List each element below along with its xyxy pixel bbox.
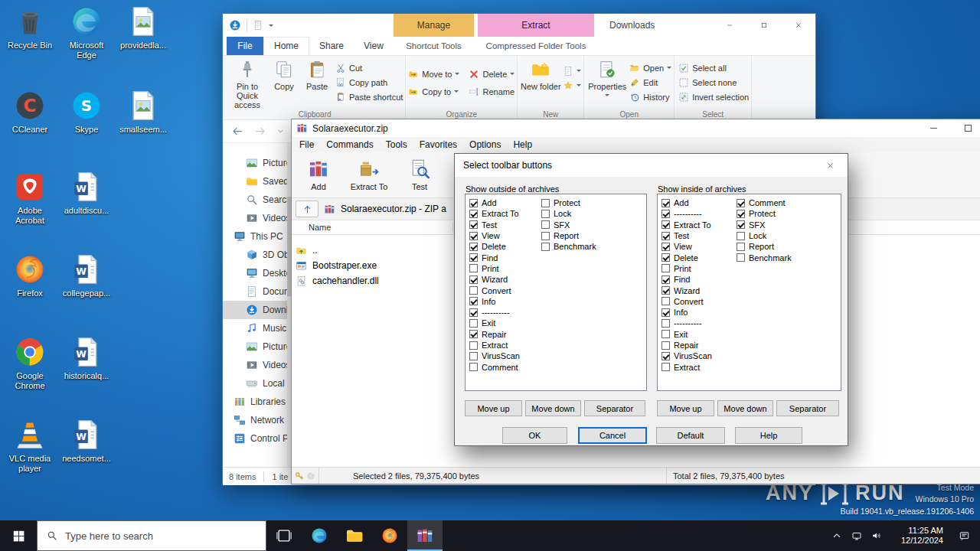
network-tray-button[interactable] <box>847 520 867 551</box>
desktop-icon-vlc-media-player[interactable]: VLC media player <box>4 418 56 474</box>
start-button[interactable] <box>0 520 37 551</box>
inside-checkbox-test[interactable]: Test <box>662 230 712 241</box>
rename-button[interactable]: Rename <box>469 83 514 100</box>
action-center-button[interactable] <box>948 530 980 542</box>
checkbox[interactable] <box>662 341 670 350</box>
pin-to-quick-access-button[interactable]: Pin to Quick access <box>227 57 268 109</box>
checkbox[interactable] <box>662 243 670 251</box>
taskbar-app-edge[interactable] <box>302 520 337 551</box>
checkbox[interactable] <box>469 220 478 229</box>
outside-checkbox-virusscan[interactable]: VirusScan <box>469 350 520 361</box>
checkbox[interactable] <box>662 308 670 317</box>
checkbox[interactable] <box>541 210 550 218</box>
outside-checkbox-extract[interactable]: Extract <box>469 340 520 350</box>
desktop-icon-skype[interactable]: SSkype <box>60 89 113 135</box>
inside-checkbox-wizard[interactable]: Wizard <box>662 285 712 295</box>
desktop-icon-adobe-acrobat[interactable]: Adobe Acrobat <box>4 170 56 226</box>
taskbar-app-winrar[interactable] <box>407 520 443 551</box>
checkbox[interactable] <box>662 199 670 207</box>
maximize-button[interactable] <box>746 14 781 37</box>
copy-path-button[interactable]: Copy path <box>335 75 403 90</box>
desktop-icon-recycle-bin[interactable]: Recycle Bin <box>4 5 56 51</box>
tab-file[interactable]: File <box>227 37 263 55</box>
inside-checkbox-extract-to[interactable]: Extract To <box>662 220 712 230</box>
maximize-button[interactable] <box>949 119 980 137</box>
inside-checkbox-separator[interactable]: ---------- <box>662 318 712 328</box>
sidebar-item-desktop[interactable]: Desktop <box>223 264 292 282</box>
outside-archives-listbox[interactable]: AddExtract ToTestViewDeleteFindPrintWiza… <box>465 194 647 391</box>
forward-icon[interactable] <box>254 126 266 137</box>
sidebar-item-videos[interactable]: Videos <box>223 356 292 374</box>
desktop-icon-firefox[interactable]: Firefox <box>4 253 56 298</box>
menu-file[interactable]: File <box>293 139 320 150</box>
menu-tools[interactable]: Tools <box>380 139 413 150</box>
checkbox[interactable] <box>662 319 670 328</box>
outside-checkbox-view[interactable]: View <box>469 230 520 241</box>
copy-button[interactable]: Copy <box>268 57 300 91</box>
outside-checkbox-sfx[interactable]: SFX <box>541 220 596 230</box>
checkbox[interactable] <box>662 352 670 360</box>
select-all-button[interactable]: Select all <box>678 60 749 75</box>
column-header-name[interactable]: Name <box>292 223 331 232</box>
default-button[interactable]: Default <box>656 427 725 444</box>
checkbox[interactable] <box>541 232 550 240</box>
outside-checkbox-add[interactable]: Add <box>469 197 520 208</box>
disc-icon[interactable] <box>306 471 315 481</box>
tab-shortcut-tools[interactable]: Shortcut Tools <box>394 37 474 55</box>
inside-checkbox-convert[interactable]: Convert <box>662 296 712 307</box>
extract-to-toolbar-button[interactable]: Extract To <box>344 154 394 197</box>
open-button[interactable]: Open <box>629 60 671 75</box>
inside-checkbox-benchmark[interactable]: Benchmark <box>737 252 792 262</box>
edit-button[interactable]: Edit <box>629 75 671 90</box>
sidebar-item-downloads[interactable]: Downloads <box>223 301 292 319</box>
delete-button[interactable]: Delete <box>469 65 514 83</box>
sidebar-item-music[interactable]: Music <box>223 319 292 337</box>
checkbox[interactable] <box>469 264 478 272</box>
test-toolbar-button[interactable]: Test <box>394 154 445 197</box>
checkbox[interactable] <box>737 210 745 218</box>
sidebar-item-pictures[interactable]: Pictures <box>223 337 292 356</box>
new-item-button[interactable] <box>563 64 581 78</box>
ok-button[interactable]: OK <box>502 427 567 444</box>
outside-checkbox-convert[interactable]: Convert <box>469 285 520 295</box>
checkbox[interactable] <box>662 253 670 262</box>
cut-button[interactable]: Cut <box>335 60 403 75</box>
checkbox[interactable] <box>469 308 478 317</box>
tab-view[interactable]: View <box>354 37 394 55</box>
dialog-close-button[interactable] <box>813 154 848 177</box>
sidebar-item-pictures[interactable]: Pictures <box>223 154 292 172</box>
inside-checkbox-info[interactable]: Info <box>662 307 712 318</box>
inside-checkbox-comment[interactable]: Comment <box>737 197 792 208</box>
help-button[interactable]: Help <box>735 427 802 444</box>
paste-button[interactable]: Paste <box>300 57 334 91</box>
checkbox[interactable] <box>662 264 670 272</box>
outside-checkbox-repair[interactable]: Repair <box>469 329 520 340</box>
outside-checkbox-exit[interactable]: Exit <box>469 318 520 328</box>
tab-share[interactable]: Share <box>309 37 354 55</box>
invert-selection-button[interactable]: Invert selection <box>678 90 749 104</box>
outside-move-down-button[interactable]: Move down <box>525 400 581 416</box>
checkbox[interactable] <box>469 319 478 328</box>
checkbox[interactable] <box>737 232 745 240</box>
inside-checkbox-separator[interactable]: ---------- <box>662 208 712 219</box>
up-one-level-button[interactable] <box>296 201 318 217</box>
desktop-icon-ccleaner[interactable]: CCCleaner <box>4 89 56 135</box>
new-folder-button[interactable]: New folder <box>520 57 561 91</box>
cancel-button[interactable]: Cancel <box>578 427 647 444</box>
sidebar-item-network[interactable]: Network <box>223 411 292 429</box>
volume-tray-button[interactable] <box>867 520 887 551</box>
key-icon[interactable] <box>295 471 304 481</box>
desktop-icon-collegepap[interactable]: Wcollegepap... <box>60 253 113 298</box>
checkbox[interactable] <box>541 220 550 229</box>
inside-checkbox-add[interactable]: Add <box>662 197 712 208</box>
taskbar-app-file-explorer[interactable] <box>337 520 372 551</box>
menu-options[interactable]: Options <box>463 139 507 150</box>
easy-access-button[interactable] <box>563 78 581 93</box>
checkbox[interactable] <box>662 276 670 284</box>
properties-button[interactable]: Properties <box>586 57 628 100</box>
inside-checkbox-delete[interactable]: Delete <box>662 252 712 262</box>
checkbox[interactable] <box>469 276 478 284</box>
checkbox[interactable] <box>737 253 745 262</box>
outside-checkbox-print[interactable]: Print <box>469 263 520 274</box>
outside-checkbox-extract-to[interactable]: Extract To <box>469 208 520 219</box>
